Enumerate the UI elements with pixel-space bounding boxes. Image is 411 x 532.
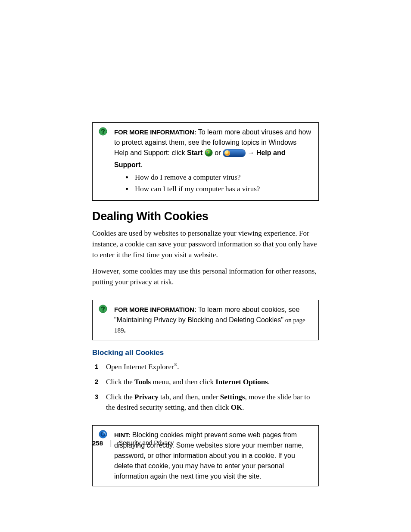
step-2-text-c: .	[268, 378, 270, 386]
step-1-text-b: .	[177, 363, 179, 371]
settings-label: Settings	[220, 393, 245, 401]
step-2-text-b: menu, and then click	[151, 378, 215, 386]
info-lead: FOR MORE INFORMATION:	[114, 306, 196, 313]
steps-list: 1 Open Internet Explorer®. 2 Click the T…	[92, 362, 319, 413]
info-bullet-2: How can I tell if my computer has a viru…	[133, 184, 312, 194]
step-number: 3	[95, 392, 98, 401]
ok-label: OK	[231, 403, 242, 411]
windows-vista-start-icon	[223, 149, 246, 157]
info-bullet-list: How do I remove a computer virus? How ca…	[133, 173, 312, 194]
step-3: 3 Click the Privacy tab, and then, under…	[92, 392, 319, 413]
step-number: 1	[95, 362, 98, 371]
step-3-text-a: Click the	[106, 393, 134, 401]
body-para-2: However, some cookies may use this perso…	[92, 266, 319, 287]
period: .	[140, 161, 142, 168]
info-callout-viruses: FOR MORE INFORMATION: To learn more abou…	[92, 122, 319, 201]
step-3-text-d: .	[242, 403, 244, 411]
hint-text: HINT: Blocking cookies might prevent som…	[114, 430, 312, 482]
windows-xp-start-icon	[205, 149, 213, 160]
step-2-text-a: Click the	[106, 378, 134, 386]
hint-callout: HINT: Blocking cookies might prevent som…	[92, 425, 319, 486]
info-callout-cookies: FOR MORE INFORMATION: To learn more abou…	[92, 300, 319, 340]
tools-label: Tools	[134, 378, 151, 386]
info-icon	[99, 127, 107, 136]
or-text: or	[213, 149, 223, 156]
info-callout-cookies-text: FOR MORE INFORMATION: To learn more abou…	[114, 305, 312, 336]
hint-icon	[99, 430, 107, 439]
privacy-label: Privacy	[134, 393, 159, 401]
step-1: 1 Open Internet Explorer®.	[92, 362, 319, 373]
svg-point-5	[99, 430, 107, 438]
period: .	[124, 327, 126, 334]
page-footer: 258 | Security and Privacy	[92, 439, 174, 448]
section-heading: Dealing With Cookies	[92, 208, 319, 224]
footer-separator: |	[110, 439, 112, 447]
info-icon	[99, 305, 107, 313]
step-1-text-a: Open Internet Explorer	[106, 363, 174, 371]
internet-options-label: Internet Options	[215, 378, 268, 386]
page-content: FOR MORE INFORMATION: To learn more abou…	[92, 122, 319, 494]
page-number: 258	[92, 439, 103, 448]
start-label: Start	[187, 149, 202, 156]
info-bullet-1: How do I remove a computer virus?	[133, 173, 312, 183]
body-para-1: Cookies are used by websites to personal…	[92, 228, 319, 260]
footer-section: Security and Privacy	[119, 439, 174, 447]
hint-lead: HINT:	[114, 431, 130, 439]
subheading: Blocking all Cookies	[92, 348, 319, 358]
step-2: 2 Click the Tools menu, and then click I…	[92, 377, 319, 388]
arrow-icon: →	[246, 149, 256, 156]
step-3-text-b: tab, and then, under	[159, 393, 220, 401]
info-lead: FOR MORE INFORMATION:	[114, 128, 196, 136]
svg-point-1	[103, 133, 104, 134]
step-number: 2	[95, 377, 98, 386]
svg-point-4	[103, 310, 104, 311]
info-callout-text: FOR MORE INFORMATION: To learn more abou…	[114, 127, 312, 170]
